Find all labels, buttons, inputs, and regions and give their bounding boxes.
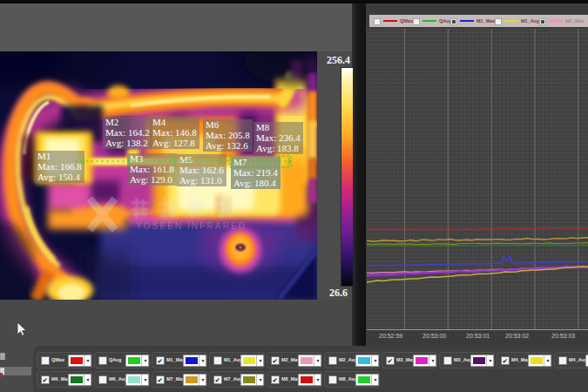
svg-text:YOSEEN INFRARED: YOSEEN INFRARED — [136, 221, 247, 231]
